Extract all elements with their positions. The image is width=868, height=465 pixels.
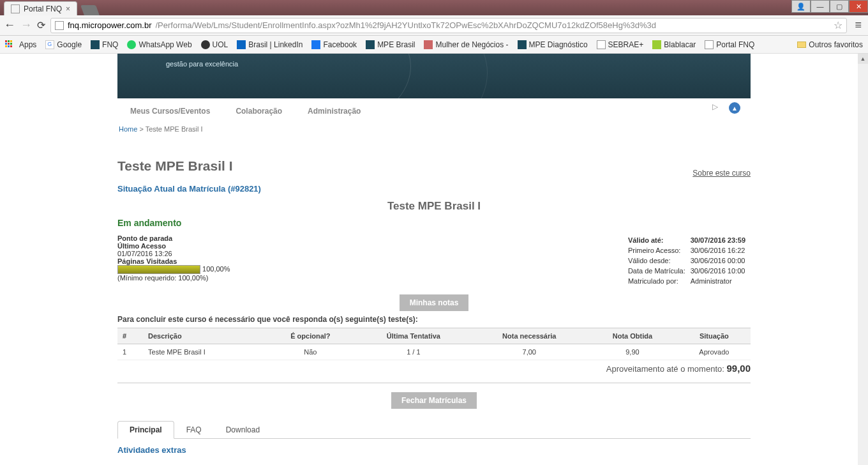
my-grades-button[interactable]: Minhas notas xyxy=(400,294,469,311)
chrome-menu-icon[interactable]: ≡ xyxy=(852,19,864,32)
tab-faq[interactable]: FAQ xyxy=(174,421,214,439)
min-required: (Mínimo requerido: 100,00%) xyxy=(117,274,230,282)
about-course-link[interactable]: Sobre este curso xyxy=(692,169,751,178)
vertical-scrollbar[interactable]: ▲ xyxy=(858,54,868,465)
doc-icon xyxy=(597,40,606,49)
stop-point-label: Ponto de parada xyxy=(117,234,230,242)
mpe-icon xyxy=(518,40,527,49)
new-tab-button[interactable] xyxy=(80,5,100,15)
url-host: fnq.micropower.com.br xyxy=(68,20,152,30)
tab-principal[interactable]: Principal xyxy=(117,421,174,439)
scroll-top-icon[interactable]: ▲ xyxy=(729,102,740,114)
breadcrumb-current: Teste MPE Brasil I xyxy=(146,125,203,133)
tab-download[interactable]: Download xyxy=(214,421,272,439)
mn-icon xyxy=(424,40,433,49)
apps-label: Apps xyxy=(19,40,36,49)
forward-button: → xyxy=(20,19,32,32)
left-info: Ponto de parada Último Acesso 01/07/2016… xyxy=(117,234,230,287)
instruction-text: Para concluir este curso é necessário qu… xyxy=(117,315,751,324)
mpe-icon xyxy=(366,40,375,49)
window-controls: 👤 — ▢ ✕ xyxy=(791,0,868,13)
reload-button[interactable]: ⟳ xyxy=(37,19,45,31)
bookmarks-bar: Apps Google FNQ WhatsApp Web UOL Brasil … xyxy=(0,36,868,54)
tests-table: # Descrição É opcional? Última Tentativa… xyxy=(117,328,751,360)
doc-icon xyxy=(705,40,714,49)
uol-icon xyxy=(201,40,210,49)
back-button[interactable]: ← xyxy=(4,19,15,32)
achievement-line: Aproveitamento até o momento: 99,00 xyxy=(117,363,751,374)
bottom-tabs: Principal FAQ Download xyxy=(117,420,751,439)
bookmark-blablacar[interactable]: Blablacar xyxy=(652,40,696,49)
bell-icon[interactable]: ▷ xyxy=(712,102,724,114)
whatsapp-icon xyxy=(127,40,136,49)
nav-colaboracao[interactable]: Colaboração xyxy=(236,107,282,116)
linkedin-icon xyxy=(237,40,246,49)
window-minimize-icon[interactable]: — xyxy=(811,0,830,13)
bookmark-google[interactable]: Google xyxy=(45,40,82,49)
bookmark-portal-fnq[interactable]: Portal FNQ xyxy=(705,40,754,49)
breadcrumb-home[interactable]: Home xyxy=(119,125,137,133)
bookmark-fnq[interactable]: FNQ xyxy=(91,40,118,49)
address-bar[interactable]: fnq.micropower.com.br /Performa/Web/Lms/… xyxy=(50,18,847,33)
nav-administracao[interactable]: Administração xyxy=(308,107,361,116)
folder-icon xyxy=(797,42,806,48)
apps-icon xyxy=(5,40,14,49)
bookmark-linkedin[interactable]: Brasil | LinkedIn xyxy=(237,40,303,49)
bookmark-mpe-brasil[interactable]: MPE Brasil xyxy=(366,40,415,49)
bookmark-mulher-negocios[interactable]: Mulher de Negócios - xyxy=(424,40,508,49)
table-row: 1 Teste MPE Brasil I Não 1 / 1 7,00 9,90… xyxy=(117,344,751,360)
browser-tab[interactable]: Portal FNQ × xyxy=(4,1,77,15)
browser-toolbar: ← → ⟳ fnq.micropower.com.br /Performa/We… xyxy=(0,15,868,36)
progress-percent: 100,00% xyxy=(202,265,230,273)
tab-title: Portal FNQ xyxy=(24,4,62,13)
google-icon xyxy=(45,40,54,49)
window-user-icon[interactable]: 👤 xyxy=(791,0,811,13)
breadcrumb: Home > Teste MPE Brasil I xyxy=(117,124,751,133)
bookmark-mpe-diagnostico[interactable]: MPE Diagnóstico xyxy=(518,40,588,49)
extras-heading: Atividades extras xyxy=(117,445,751,455)
scroll-up-icon[interactable]: ▲ xyxy=(858,54,868,64)
bookmark-uol[interactable]: UOL xyxy=(201,40,228,49)
site-banner: gestão para excelência xyxy=(117,54,751,98)
nav-meus-cursos[interactable]: Meus Cursos/Eventos xyxy=(130,107,210,116)
separator xyxy=(117,383,751,383)
page-icon xyxy=(11,4,20,13)
top-nav: Meus Cursos/Eventos Colaboração Administ… xyxy=(117,98,751,124)
fnq-icon xyxy=(91,40,100,49)
apps-button[interactable]: Apps xyxy=(5,40,36,49)
enrollment-status-header: Situação Atual da Matrícula (#92821) xyxy=(117,184,751,194)
other-bookmarks[interactable]: Outros favoritos xyxy=(797,40,863,49)
bookmark-sebrae[interactable]: SEBRAE+ xyxy=(597,40,644,49)
bookmark-facebook[interactable]: Facebook xyxy=(311,40,357,49)
course-title: Teste MPE Brasil I xyxy=(117,200,751,213)
progress-bar xyxy=(117,265,200,274)
window-maximize-icon[interactable]: ▢ xyxy=(830,0,849,13)
window-titlebar: Portal FNQ × 👤 — ▢ ✕ xyxy=(0,0,868,15)
bookmark-whatsapp[interactable]: WhatsApp Web xyxy=(127,40,191,49)
page-viewport: gestão para excelência Meus Cursos/Event… xyxy=(0,54,868,465)
bookmark-star-icon[interactable]: ☆ xyxy=(834,19,842,31)
url-path: /Performa/Web/Lms/Student/EnrollmentInfo… xyxy=(156,20,656,30)
last-access-value: 01/07/2016 13:26 xyxy=(117,250,230,257)
window-close-icon[interactable]: ✕ xyxy=(849,0,868,13)
page-icon xyxy=(55,21,64,30)
facebook-icon xyxy=(311,40,320,49)
close-tab-icon[interactable]: × xyxy=(66,4,70,13)
blablacar-icon xyxy=(652,40,661,49)
close-enrollment-button[interactable]: Fechar Matrículas xyxy=(391,392,477,409)
page-title: Teste MPE Brasil I xyxy=(117,158,751,174)
status-badge: Em andamento xyxy=(117,218,751,228)
last-access-label: Último Acesso xyxy=(117,242,230,250)
right-info: Válido até:30/07/2016 23:59 Primeiro Ace… xyxy=(627,234,751,287)
pages-visited-label: Páginas Visitadas xyxy=(117,257,230,265)
